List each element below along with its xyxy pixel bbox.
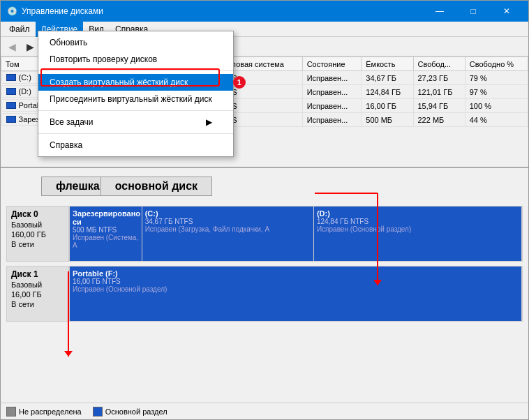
col-free: Свобод... bbox=[413, 57, 465, 71]
disk-partitions: Portable (F:)16,00 ГБ NTFSИсправен (Осно… bbox=[69, 266, 523, 322]
dropdown-help[interactable]: Справка bbox=[38, 137, 233, 153]
table-cell: 121,01 ГБ bbox=[413, 85, 465, 99]
col-free-pct: Свободно % bbox=[465, 57, 528, 71]
table-cell: 124,84 ГБ bbox=[362, 85, 413, 99]
disk-icon bbox=[6, 74, 16, 81]
close-button[interactable]: ✕ bbox=[491, 1, 523, 22]
legend-unallocated-label: Не распределена bbox=[19, 407, 82, 416]
table-cell: 97 % bbox=[465, 85, 528, 99]
disk-icon bbox=[6, 102, 16, 109]
main-window: 💿 Управление дисками — □ ✕ Файл Действие… bbox=[0, 0, 529, 420]
dropdown-refresh[interactable]: Обновить bbox=[38, 34, 233, 51]
dropdown-recheck[interactable]: Повторить проверку дисков bbox=[38, 51, 233, 68]
table-cell: Исправен... bbox=[302, 85, 362, 99]
table-cell: 16,00 ГБ bbox=[362, 99, 413, 113]
partition[interactable]: Зарезервировано си500 МБ NTFSИсправен (С… bbox=[70, 207, 142, 261]
dropdown-overlay: Обновить Повторить проверку дисков Созда… bbox=[38, 31, 234, 157]
table-cell: 500 МБ bbox=[362, 113, 413, 127]
disk-map-area: флешка основной диск Диск 0Базовый160,00… bbox=[1, 168, 528, 403]
table-cell: 27,23 ГБ bbox=[413, 71, 465, 85]
table-cell: 15,94 ГБ bbox=[413, 99, 465, 113]
maximize-button[interactable]: □ bbox=[457, 1, 489, 22]
dropdown-attach-vhd[interactable]: Присоединить виртуальный жёсткий диск bbox=[38, 91, 233, 107]
table-cell: 34,67 ГБ bbox=[362, 71, 413, 85]
table-cell: 222 МБ bbox=[413, 113, 465, 127]
col-state: Состояние bbox=[302, 57, 362, 71]
dropdown-create-vhd[interactable]: Создать виртуальный жёсткий диск 1 bbox=[38, 74, 233, 91]
legend-primary-box bbox=[93, 407, 103, 417]
forward-button[interactable]: ▶ bbox=[22, 38, 38, 55]
col-capacity: Ёмкость bbox=[362, 57, 413, 71]
svg-marker-1 bbox=[64, 351, 73, 357]
legend-unallocated-box bbox=[6, 407, 16, 417]
disk-row: Диск 0Базовый160,00 ГБВ сетиЗарезервиров… bbox=[6, 206, 523, 262]
disk-label: Диск 0Базовый160,00 ГБВ сети bbox=[6, 206, 69, 262]
disk-label: Диск 1Базовый16,00 ГБВ сети bbox=[6, 266, 69, 322]
partition[interactable]: Portable (F:)16,00 ГБ NTFSИсправен (Осно… bbox=[70, 267, 522, 321]
dropdown-all-tasks[interactable]: Все задачи ▶ bbox=[38, 114, 233, 130]
legend-unallocated: Не распределена bbox=[6, 407, 82, 417]
minimize-button[interactable]: — bbox=[424, 1, 456, 22]
title-controls: — □ ✕ bbox=[424, 1, 523, 22]
legend-primary-label: Основной раздел bbox=[105, 407, 167, 416]
action-dropdown: Обновить Повторить проверку дисков Созда… bbox=[38, 31, 234, 157]
back-button[interactable]: ◀ bbox=[3, 38, 20, 55]
partition[interactable]: (D:)124,84 ГБ NTFSИсправен (Основной раз… bbox=[314, 207, 522, 261]
table-cell: 100 % bbox=[465, 99, 528, 113]
disk-partitions: Зарезервировано си500 МБ NTFSИсправен (С… bbox=[69, 206, 523, 262]
legend: Не распределена Основной раздел bbox=[1, 403, 528, 419]
table-cell: Исправен... bbox=[302, 71, 362, 85]
window-title: Управление дисками bbox=[22, 6, 424, 16]
disk-icon bbox=[6, 116, 16, 123]
legend-primary: Основной раздел bbox=[93, 407, 167, 417]
badge-1: 1 bbox=[233, 76, 246, 89]
table-cell: Исправен... bbox=[302, 113, 362, 127]
menu-file[interactable]: Файл bbox=[3, 22, 36, 37]
all-tasks-label: Все задачи bbox=[50, 117, 94, 127]
table-cell: Исправен... bbox=[302, 99, 362, 113]
annotation-main-disk: основной диск bbox=[100, 177, 212, 196]
disk-row: Диск 1Базовый16,00 ГБВ сетиPortable (F:)… bbox=[6, 266, 523, 322]
table-cell: 79 % bbox=[465, 71, 528, 85]
submenu-arrow-icon: ▶ bbox=[206, 117, 212, 127]
window-icon: 💿 bbox=[6, 6, 17, 17]
table-cell: 44 % bbox=[465, 113, 528, 127]
disk-icon bbox=[6, 88, 16, 95]
partition[interactable]: (C:)34,67 ГБ NTFSИсправен (Загрузка, Фай… bbox=[142, 207, 314, 261]
title-bar: 💿 Управление дисками — □ ✕ bbox=[1, 1, 528, 22]
